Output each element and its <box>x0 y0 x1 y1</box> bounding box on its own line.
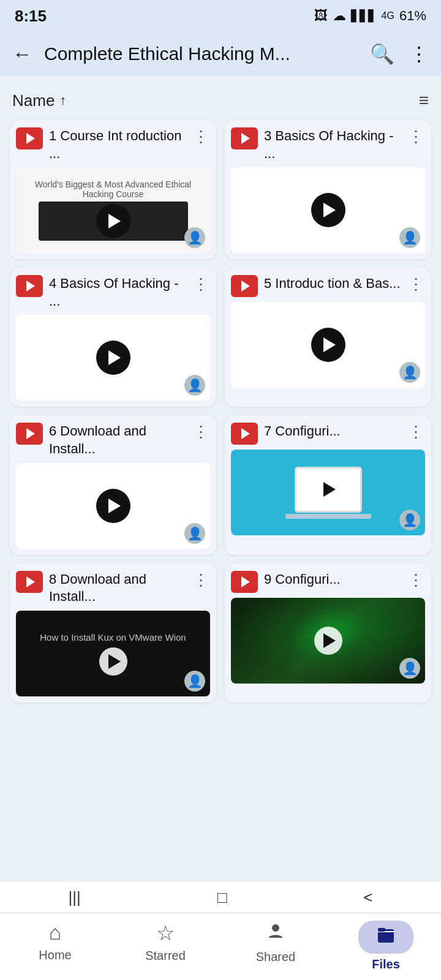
nav-shared-label: Shared <box>256 950 296 964</box>
card-6-header: 7 Configuri... ⋮ <box>225 415 431 450</box>
card-6-play-btn[interactable] <box>315 476 342 503</box>
card-5-title: 6 Download and Install... <box>49 423 186 458</box>
card-4-header: 5 Introduc tion & Bas... ⋮ <box>225 268 431 302</box>
card-2-play-btn[interactable] <box>311 193 345 227</box>
card-4[interactable]: 5 Introduc tion & Bas... ⋮ 👤 <box>225 268 431 407</box>
card-1-play-btn[interactable] <box>96 204 130 238</box>
card-3[interactable]: 4 Basics Of Hacking - ... ⋮ 👤 <box>10 268 216 407</box>
back-button[interactable]: ← <box>10 40 34 68</box>
card-8-thumb-content <box>231 598 425 684</box>
card-7-header: 8 Download and Install... ⋮ <box>10 564 216 611</box>
card-8[interactable]: 9 Configuri... ⋮ 👤 <box>225 564 431 703</box>
nav-shared[interactable]: Shared <box>221 921 331 964</box>
sort-arrow-icon: ↑ <box>59 92 66 108</box>
file-grid: 1 Course Int roduction ... ⋮ World's Big… <box>10 120 431 703</box>
card-5-menu[interactable]: ⋮ <box>192 423 210 442</box>
card-2-video-icon <box>231 127 258 149</box>
nav-files-label: Files <box>372 957 400 971</box>
card-8-menu[interactable]: ⋮ <box>407 571 425 590</box>
card-4-avatar: 👤 <box>399 362 420 383</box>
status-time: 8:15 <box>15 7 47 26</box>
card-4-thumbnail[interactable]: 👤 <box>231 302 425 388</box>
card-8-play-btn[interactable] <box>314 627 342 655</box>
card-3-avatar: 👤 <box>184 375 205 396</box>
sys-nav-back[interactable]: < <box>363 888 372 907</box>
sys-nav-lines[interactable]: ||| <box>68 888 80 907</box>
card-2-menu[interactable]: ⋮ <box>407 127 425 146</box>
card-6[interactable]: 7 Configuri... ⋮ 👤 <box>225 415 431 554</box>
nav-starred[interactable]: ☆ Starred <box>110 921 221 963</box>
card-5[interactable]: 6 Download and Install... ⋮ 👤 <box>10 415 216 554</box>
card-1-video-icon <box>16 127 43 149</box>
card-1[interactable]: 1 Course Int roduction ... ⋮ World's Big… <box>10 120 216 259</box>
card-7-thumbnail[interactable]: How to Install K­ux on VMware W­ion 👤 <box>16 611 210 696</box>
card-4-menu[interactable]: ⋮ <box>407 275 425 294</box>
card-3-menu[interactable]: ⋮ <box>192 275 210 294</box>
card-1-menu[interactable]: ⋮ <box>192 127 210 146</box>
card-8-video-icon <box>231 571 258 593</box>
sort-label[interactable]: Name ↑ <box>12 91 66 110</box>
card-2-thumbnail[interactable]: 👤 <box>231 167 425 253</box>
card-3-thumbnail[interactable]: 👤 <box>16 315 210 401</box>
card-7-menu[interactable]: ⋮ <box>192 571 210 590</box>
card-2-title: 3 Basics Of Hacking - ... <box>264 127 401 162</box>
card-3-title: 4 Basics Of Hacking - ... <box>49 275 186 310</box>
top-bar: ← Complete Ethical Hacking M... 🔍 ⋮ <box>0 32 441 76</box>
card-8-header: 9 Configuri... ⋮ <box>225 564 431 598</box>
card-6-menu[interactable]: ⋮ <box>407 423 425 442</box>
nav-files[interactable]: Files <box>331 921 441 971</box>
home-icon: ⌂ <box>49 921 62 944</box>
nav-files-active-bg <box>358 921 413 954</box>
page-title: Complete Ethical Hacking M... <box>44 43 358 64</box>
card-5-header: 6 Download and Install... ⋮ <box>10 415 216 462</box>
card-5-video-icon <box>16 423 43 445</box>
nav-starred-label: Starred <box>145 949 186 963</box>
system-nav-bar: ||| □ < <box>0 882 441 913</box>
list-view-icon[interactable]: ≡ <box>419 91 429 110</box>
card-4-title: 5 Introduc tion & Bas... <box>264 275 401 293</box>
search-button[interactable]: 🔍 <box>368 40 397 68</box>
card-6-thumbnail[interactable]: 👤 <box>231 450 425 535</box>
network-icon: 4G <box>382 10 394 21</box>
card-7-title: 8 Download and Install... <box>49 571 186 606</box>
star-icon: ☆ <box>156 921 175 945</box>
card-1-title: 1 Course Int roduction ... <box>49 127 186 162</box>
card-1-header: 1 Course Int roduction ... ⋮ <box>10 120 216 167</box>
cloud-icon: ☁ <box>333 8 346 24</box>
card-7-play-btn[interactable] <box>99 647 127 676</box>
card-6-video-icon <box>231 423 258 445</box>
status-bar: 8:15 🖼 ☁ ▋▋▋ 4G 61% <box>0 0 441 32</box>
card-2[interactable]: 3 Basics Of Hacking - ... ⋮ 👤 <box>225 120 431 259</box>
battery-icon: 61% <box>399 8 426 24</box>
card-5-avatar: 👤 <box>184 523 205 544</box>
card-3-play-btn[interactable] <box>96 341 130 375</box>
sys-nav-square[interactable]: □ <box>217 888 227 907</box>
more-menu-button[interactable]: ⋮ <box>407 40 431 68</box>
card-6-title: 7 Configuri... <box>264 423 401 440</box>
files-icon <box>375 924 396 950</box>
signal-icon: ▋▋▋ <box>351 9 377 23</box>
card-1-thumbnail[interactable]: World's Biggest & Most Advanced Ethical … <box>16 167 210 253</box>
card-2-avatar: 👤 <box>399 227 420 248</box>
card-7[interactable]: 8 Download and Install... ⋮ How to Insta… <box>10 564 216 703</box>
card-1-avatar: 👤 <box>184 227 205 248</box>
sort-bar: Name ↑ ≡ <box>10 86 431 120</box>
card-5-play-btn[interactable] <box>96 489 130 523</box>
card-6-avatar: 👤 <box>399 510 420 530</box>
svg-point-0 <box>272 924 279 932</box>
card-3-video-icon <box>16 275 43 297</box>
card-4-video-icon <box>231 275 258 297</box>
notification-icon: 🖼 <box>314 8 328 24</box>
svg-rect-2 <box>378 928 385 932</box>
card-8-thumbnail[interactable]: 👤 <box>231 598 425 684</box>
card-3-header: 4 Basics Of Hacking - ... ⋮ <box>10 268 216 315</box>
nav-home[interactable]: ⌂ Home <box>0 921 110 962</box>
card-7-thumb-text: How to Install K­ux on VMware W­ion <box>40 631 186 644</box>
card-5-thumbnail[interactable]: 👤 <box>16 463 210 549</box>
card-1-thumb-text: World's Biggest & Most Advanced Ethical … <box>20 179 206 199</box>
card-4-play-btn[interactable] <box>311 328 345 362</box>
card-7-thumb-content: How to Install K­ux on VMware W­ion <box>16 611 210 696</box>
card-8-title: 9 Configuri... <box>264 571 401 589</box>
card-8-avatar: 👤 <box>399 658 420 679</box>
card-7-video-icon <box>16 571 43 593</box>
